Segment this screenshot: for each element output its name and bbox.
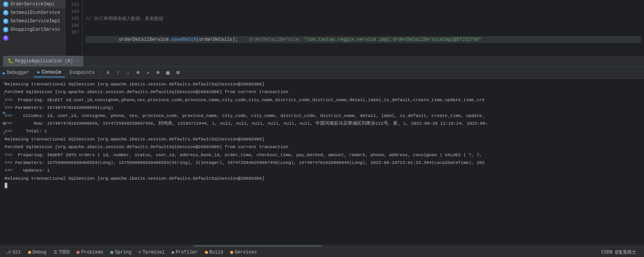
status-spring[interactable]: Spring [107,248,134,257]
services-status-dot [230,251,233,254]
file-item-setmealdish[interactable]: C SetmealDishService [0,8,65,17]
debug-tab-label: ReggieApplication (6) [15,58,73,64]
close-tab-icon[interactable]: ✕ [76,58,79,64]
tab-debugger-label: Debugger [7,70,29,75]
file-name: SetmealDishService [10,10,60,15]
sidebar-run-to-cursor-icon[interactable]: ⊕ [1,110,8,117]
toolbar-btn-grid[interactable]: ▦ [163,68,173,77]
toolbar-separator-1 [101,69,101,77]
file-icon: C [3,18,8,24]
console-icon: ▶ [38,69,40,75]
tab-console-label: Console [42,70,61,75]
file-list: C OrderServiceImpl C SetmealDishService … [0,0,65,56]
file-item-shoppingcart[interactable]: C ShoppingCartServic [0,25,65,34]
file-item-setmealservice[interactable]: C SetmealServiceImpl [0,17,65,25]
file-icon: C [3,2,8,7]
debug-tabs: 🐛 ReggieApplication (6) ✕ [0,56,644,67]
code-editor: 103 104 105 106 107 // 向订单明细表插入数据，多条数据 o… [65,0,644,56]
top-code-area: C OrderServiceImpl C SetmealDishService … [0,0,644,56]
console-line: Releasing transactional SqlSession [org.… [0,135,644,143]
console-scrollbar[interactable] [0,245,644,247]
sidebar-step-out-icon[interactable]: ↑ [1,100,8,107]
status-todo[interactable]: ☰ TODO [50,248,73,257]
console-line: <== Total: 1 [0,127,644,135]
console-line: <== Row: 1574974781629906945, 1574725849… [0,120,644,127]
toolbar-btn-download[interactable]: ⊕ [133,68,143,77]
line-numbers: 103 104 105 106 107 [65,0,83,56]
console-line: ==> Parameters: 1574974781629906945(Long… [0,104,644,112]
sidebar-evaluate-icon[interactable]: ▣ [1,120,8,127]
debug-app-tab[interactable]: 🐛 ReggieApplication (6) ✕ [3,56,83,67]
console-area: Releasing transactional SqlSession [org.… [0,79,644,245]
status-terminal-label: Terminal [143,250,165,255]
status-spring-label: Spring [115,250,131,255]
console-line: ==> Parameters: 1575500966839406593(Long… [0,159,644,167]
profiler-icon: ◉ [172,250,174,255]
file-name: SetmealServiceImpl [10,18,60,24]
debug-status-dot [28,251,31,254]
tab-console[interactable]: ▶ Console [34,68,65,77]
todo-icon: ☰ [53,250,57,255]
console-line: <== Columns: id, user_id, consignee, pho… [0,112,644,120]
file-icon: C [3,35,8,41]
toolbar-btn-export[interactable]: ↗ [143,68,153,77]
status-build[interactable]: Build [202,248,226,257]
file-item-orderservice[interactable]: C OrderServiceImpl [0,0,65,8]
spring-status-dot [110,251,113,254]
status-services-label: Services [235,250,257,255]
console-line: Fetched SqlSession [org.apache.ibatis.se… [0,88,644,96]
status-right-text: CSDN @鬼鬼骑士 [601,249,641,255]
cursor [5,183,7,188]
status-debug[interactable]: Debug [25,248,50,257]
toolbar-btn-up[interactable]: ↑ [113,68,123,77]
console-line: ==> Preparing: INSERT INTO orders ( id, … [0,151,644,159]
console-line: ==> Preparing: SELECT id,user_id,consign… [0,96,644,104]
status-debug-label: Debug [33,250,46,255]
status-terminal[interactable]: ⌨ Terminal [135,248,168,257]
terminal-icon: ⌨ [138,250,141,255]
sidebar-delete-icon[interactable]: ✕ [1,130,8,137]
toolbar-btn-wrap[interactable]: ⊞ [173,68,183,77]
status-problems[interactable]: Problems [73,248,106,257]
console-line: Releasing transactional SqlSession [org.… [0,80,644,88]
toolbar-btn-clear[interactable]: ⊗ [153,68,163,77]
code-content: // 向订单明细表插入数据，多条数据 orderDetailService.sa… [83,0,644,56]
file-item-extra[interactable]: C [0,34,65,42]
build-status-dot [205,251,208,254]
tab-endpoints-label: Endpoints [70,70,95,75]
sidebar-resume-icon[interactable]: ▶ [1,70,8,77]
left-sidebar: ▶ ↷ ↓ ↑ ⊕ ▣ ✕ [0,67,8,140]
file-icon: C [3,10,8,15]
toolbar-btn-list[interactable]: ≡ [103,68,113,77]
file-name: ShoppingCartServic [10,27,60,32]
tab-endpoints[interactable]: Endpoints [66,68,98,77]
problems-status-dot [76,251,80,254]
console-line: Releasing transactional SqlSession [org.… [0,175,644,182]
sidebar-step-over-icon[interactable]: ↷ [1,80,8,87]
toolbar-btn-down[interactable]: ↓ [123,68,133,77]
toolbar: Debugger ▶ Console Endpoints ≡ ↑ ↓ ⊕ ↗ ⊗… [0,67,644,79]
scrollbar-thumb[interactable] [193,245,322,247]
status-profiler[interactable]: ◉ Profiler [169,248,201,257]
file-name: OrderServiceImpl [10,2,55,7]
console-line: <== Updates: 1 [0,167,644,174]
sidebar-step-into-icon[interactable]: ↓ [1,90,8,97]
status-build-label: Build [209,250,223,255]
status-problems-label: Problems [81,250,103,255]
bug-icon: 🐛 [8,58,13,64]
console-line: Fetched SqlSession [org.apache.ibatis.se… [0,143,644,151]
status-todo-label: TODO [59,250,70,255]
status-services[interactable]: Services [227,248,260,257]
git-icon: ⎇ [6,250,11,255]
status-profiler-label: Profiler [176,250,198,255]
console-cursor-line [0,182,644,189]
status-git-label: Git [13,250,21,255]
status-bar: ⎇ Git Debug ☰ TODO Problems Spring ⌨ Ter… [0,247,644,257]
file-icon: C [3,27,8,32]
status-git[interactable]: ⎇ Git [3,248,24,257]
